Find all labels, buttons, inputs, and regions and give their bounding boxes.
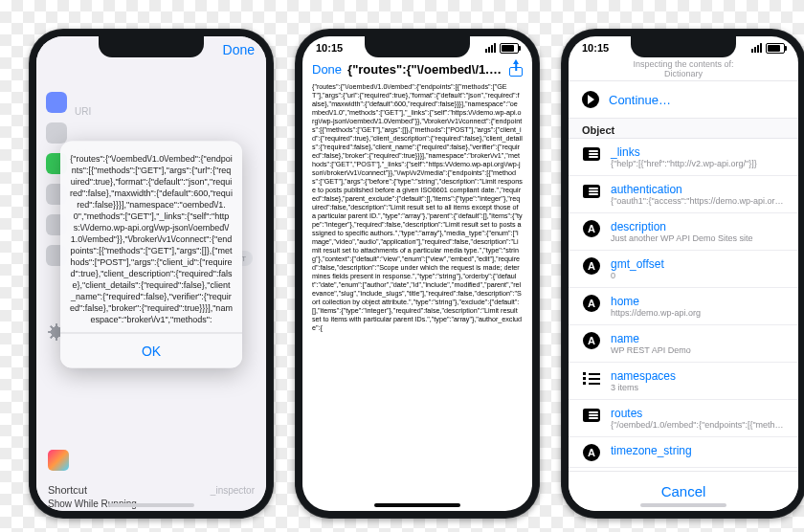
row-text: gmt_offset0 — [611, 257, 785, 281]
object-row[interactable]: routes{"/oembed/1.0/embed":{"endpoints":… — [569, 400, 798, 437]
quicklook-bar: Done {"routes":{"\/oembed\/1.0\/e… — [302, 54, 532, 82]
dictionary-icon — [582, 407, 601, 424]
row-key: _links — [611, 145, 785, 159]
object-rows: _links{"help":[{"href":"http://v2.wp-api… — [569, 139, 798, 471]
row-text: _links{"help":[{"href":"http://v2.wp-api… — [611, 145, 785, 169]
text-type-icon: A — [582, 332, 601, 349]
row-key: routes — [611, 407, 785, 420]
row-key: namespaces — [611, 369, 785, 383]
shortcut-label: Shortcut — [48, 484, 87, 496]
row-text: nameWP REST API Demo — [611, 332, 785, 356]
row-value: WP REST API Demo — [611, 345, 785, 356]
row-key: gmt_offset — [611, 257, 785, 271]
row-key: authentication — [611, 183, 785, 196]
dictionary-icon — [582, 183, 601, 200]
object-row[interactable]: Ahomehttps://demo.wp-api.org — [569, 288, 798, 325]
object-row[interactable]: AdescriptionJust another WP API Demo Sit… — [569, 213, 798, 251]
home-indicator — [374, 503, 460, 507]
play-icon — [582, 91, 599, 108]
text-type-icon: A — [582, 444, 601, 461]
signal-icon — [485, 43, 496, 53]
object-row[interactable]: Agmt_offset0 — [569, 251, 798, 288]
status-time: 10:15 — [316, 42, 343, 54]
object-row[interactable]: Atimezone_string — [569, 437, 798, 468]
phone-1: 10:15 Done URI Adv Met Hea GET Shortcut … — [29, 29, 274, 519]
row-text: descriptionJust another WP API Demo Site… — [611, 220, 785, 244]
row-value: 3 items — [611, 383, 785, 393]
row-value: Just another WP API Demo Sites site — [611, 233, 785, 244]
row-value: {"oauth1":{"access":"https://demo.wp-api… — [611, 196, 785, 207]
text-type-icon: A — [582, 295, 601, 312]
home-indicator — [640, 503, 726, 507]
object-row[interactable]: namespaces3 items — [569, 363, 798, 400]
row-key: description — [611, 220, 785, 233]
signal-icon — [751, 43, 762, 53]
notch — [631, 36, 736, 57]
row-value: 0 — [611, 271, 785, 281]
shortcuts-app-icon — [48, 450, 69, 471]
row-value: {"/oembed/1.0/embed":{"endpoints":[{"met… — [611, 420, 785, 431]
row-icon — [46, 122, 67, 144]
share-icon[interactable] — [509, 61, 523, 77]
battery-icon — [766, 43, 785, 54]
row-text: timezone_string — [611, 444, 785, 457]
row-value: https://demo.wp-api.org — [611, 308, 785, 319]
row-key: name — [611, 332, 785, 345]
continue-row[interactable]: Continue… — [569, 80, 798, 119]
quicklook-title: {"routes":{"\/oembed\/1.0\/e… — [347, 62, 503, 77]
text-type-icon: A — [582, 257, 601, 275]
row-text: routes{"/oembed/1.0/embed":{"endpoints":… — [611, 407, 785, 431]
done-button[interactable]: Done — [223, 42, 255, 57]
inspector-label: _inspector — [211, 485, 255, 496]
done-button[interactable]: Done — [312, 62, 342, 77]
list-icon — [582, 369, 601, 387]
alert-ok-button[interactable]: OK — [60, 334, 242, 368]
dictionary-icon — [582, 145, 601, 163]
alert-body: {"routes":{"\/oembed\/1.0\/embed":{"endp… — [60, 142, 242, 333]
alert-dialog: {"routes":{"\/oembed\/1.0\/embed":{"endp… — [60, 142, 242, 368]
inspector-heading: Inspecting the contents of: Dictionary — [569, 54, 798, 80]
home-indicator — [108, 503, 194, 507]
notch — [365, 36, 470, 57]
row-key: home — [611, 295, 785, 308]
text-type-icon: A — [582, 220, 601, 237]
notch — [99, 36, 204, 57]
section-header: Object — [569, 119, 798, 139]
object-row[interactable]: _links{"help":[{"href":"http://v2.wp-api… — [569, 139, 798, 176]
phone-3: 10:15 Inspecting the contents of: Dictio… — [561, 29, 804, 519]
status-time: 10:15 — [582, 42, 609, 54]
row-text: namespaces3 items — [611, 369, 785, 393]
battery-icon — [500, 43, 519, 54]
row-value: {"help":[{"href":"http://v2.wp-api.org/"… — [611, 159, 785, 169]
object-row[interactable]: AnameWP REST API Demo — [569, 325, 798, 363]
json-text-content[interactable]: {"routes":{"\/oembed\/1.0\/embed":{"endp… — [302, 82, 532, 484]
continue-label: Continue… — [609, 93, 671, 107]
web-icon[interactable] — [46, 92, 67, 113]
phone-2: 10:15 Done {"routes":{"\/oembed\/1.0\/e…… — [295, 29, 540, 519]
object-row[interactable]: authentication{"oauth1":{"access":"https… — [569, 176, 798, 213]
row-text: authentication{"oauth1":{"access":"https… — [611, 183, 785, 207]
row-text: homehttps://demo.wp-api.org — [611, 295, 785, 319]
row-key: timezone_string — [611, 444, 785, 457]
